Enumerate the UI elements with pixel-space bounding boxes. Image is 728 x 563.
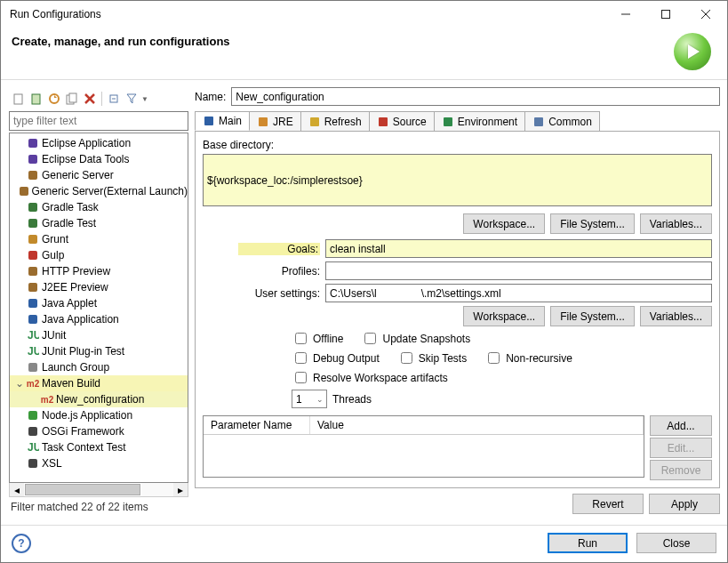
tree-item-icon xyxy=(26,232,40,246)
param-name-header: Parameter Name xyxy=(204,416,310,434)
base-dir-label: Base directory: xyxy=(203,139,712,151)
tab-source[interactable]: Source xyxy=(369,111,435,131)
duplicate-icon[interactable] xyxy=(64,91,80,107)
add-button[interactable]: Add... xyxy=(650,415,712,436)
tree-item[interactable]: Eclipse Application xyxy=(10,135,188,151)
header-text: Create, manage, and run configurations xyxy=(12,33,674,48)
skip-tests-checkbox[interactable]: Skip Tests xyxy=(397,350,467,366)
tree-item[interactable]: JUJUnit xyxy=(10,327,188,343)
svg-rect-24 xyxy=(28,315,37,324)
user-settings-input[interactable] xyxy=(325,284,712,302)
tree-item-icon: JU xyxy=(26,440,40,454)
tab-jre[interactable]: JRE xyxy=(249,111,301,131)
name-input[interactable] xyxy=(231,87,720,106)
tree-item[interactable]: Generic Server(External Launch) xyxy=(10,183,188,199)
footer: ? Run Close xyxy=(1,525,727,562)
svg-rect-5 xyxy=(32,94,40,104)
goals-label: Goals: xyxy=(238,243,320,255)
tree-item-icon: JU xyxy=(26,328,40,342)
workspace-button-1[interactable]: Workspace... xyxy=(463,213,545,234)
sidebar: ▼ Eclipse ApplicationEclipse Data ToolsG… xyxy=(8,87,189,518)
svg-rect-28 xyxy=(28,411,37,420)
non-recursive-checkbox[interactable]: Non-recursive xyxy=(484,350,572,366)
filter-input[interactable] xyxy=(9,111,188,131)
svg-rect-31 xyxy=(28,459,37,468)
params-table[interactable]: Parameter Name Value xyxy=(203,415,644,478)
tree-item[interactable]: Launch Group xyxy=(10,359,188,375)
tree-item-new-config[interactable]: m2New_configuration xyxy=(10,391,188,407)
apply-button[interactable]: Apply xyxy=(649,494,720,514)
scroll-left-icon[interactable]: ◂ xyxy=(10,483,24,496)
header: Create, manage, and run configurations xyxy=(1,28,727,80)
new-config-icon[interactable] xyxy=(11,91,27,107)
tab-environment[interactable]: Environment xyxy=(434,111,525,131)
tree-item[interactable]: Gradle Task xyxy=(10,199,188,215)
tree-item[interactable]: Gulp xyxy=(10,247,188,263)
tree-item[interactable]: JUTask Context Test xyxy=(10,439,188,455)
offline-checkbox[interactable]: Offline xyxy=(292,330,343,347)
tree-item[interactable]: Grunt xyxy=(10,231,188,247)
tree-item[interactable]: Eclipse Data Tools xyxy=(10,151,188,167)
tab-main-panel: Base directory: Workspace... File System… xyxy=(195,132,720,488)
collapse-icon[interactable] xyxy=(106,91,122,107)
threads-spinner[interactable]: ⌄ xyxy=(292,390,327,408)
delete-icon[interactable] xyxy=(82,91,98,107)
tree-item-icon xyxy=(26,296,40,310)
svg-rect-37 xyxy=(534,117,543,126)
minimize-button[interactable] xyxy=(605,2,645,27)
svg-rect-36 xyxy=(444,117,452,126)
svg-rect-23 xyxy=(28,299,37,308)
svg-rect-14 xyxy=(28,155,37,164)
svg-rect-16 xyxy=(20,187,28,196)
tree-item[interactable]: Java Application xyxy=(10,311,188,327)
close-button[interactable] xyxy=(685,2,725,27)
svg-rect-32 xyxy=(204,117,213,125)
config-tree[interactable]: Eclipse ApplicationEclipse Data ToolsGen… xyxy=(9,133,188,483)
new-proto-icon[interactable] xyxy=(28,91,44,107)
update-snapshots-checkbox[interactable]: Update Snapshots xyxy=(361,330,470,347)
tree-hscroll[interactable]: ◂ ▸ xyxy=(9,483,188,497)
scroll-right-icon[interactable]: ▸ xyxy=(173,483,188,496)
filter-icon[interactable] xyxy=(124,91,140,107)
main-panel: Name: MainJRERefreshSourceEnvironmentCom… xyxy=(195,87,720,518)
tree-item[interactable]: XSL xyxy=(10,455,188,471)
workspace-button-2[interactable]: Workspace... xyxy=(463,306,545,326)
base-dir-input[interactable] xyxy=(203,154,712,206)
scroll-thumb[interactable] xyxy=(25,484,140,495)
tree-item[interactable]: JUJUnit Plug-in Test xyxy=(10,343,188,359)
tab-refresh[interactable]: Refresh xyxy=(300,111,370,131)
svg-rect-15 xyxy=(28,171,37,180)
tree-item-maven[interactable]: ⌄m2Maven Build xyxy=(10,375,188,391)
filesystem-button-2[interactable]: File System... xyxy=(550,306,635,326)
tree-item[interactable]: Java Applet xyxy=(10,295,188,311)
svg-rect-22 xyxy=(28,283,37,292)
debug-output-checkbox[interactable]: Debug Output xyxy=(292,350,380,366)
tab-main[interactable]: Main xyxy=(195,111,250,131)
tree-item[interactable]: HTTP Preview xyxy=(10,263,188,279)
tab-icon xyxy=(308,116,321,128)
filesystem-button-1[interactable]: File System... xyxy=(550,213,635,234)
edit-button: Edit... xyxy=(650,438,712,458)
tab-icon xyxy=(203,115,215,127)
tree-item[interactable]: OSGi Framework xyxy=(10,423,188,439)
run-button[interactable]: Run xyxy=(548,533,628,553)
export-icon[interactable] xyxy=(46,91,62,107)
goals-input[interactable] xyxy=(325,239,712,258)
tree-item[interactable]: Generic Server xyxy=(10,167,188,183)
tree-item-icon xyxy=(26,424,40,438)
tree-item[interactable]: Node.js Application xyxy=(10,407,188,423)
tree-item-icon xyxy=(26,168,40,182)
tree-item[interactable]: Gradle Test xyxy=(10,215,188,231)
variables-button-2[interactable]: Variables... xyxy=(640,306,712,326)
filter-dropdown-icon[interactable]: ▼ xyxy=(141,95,148,103)
revert-button[interactable]: Revert xyxy=(572,494,644,514)
expand-icon[interactable]: ⌄ xyxy=(13,377,26,390)
maximize-button[interactable] xyxy=(645,2,685,27)
tree-item[interactable]: J2EE Preview xyxy=(10,279,188,295)
profiles-input[interactable] xyxy=(325,261,712,280)
close-dialog-button[interactable]: Close xyxy=(636,533,716,553)
variables-button-1[interactable]: Variables... xyxy=(640,213,712,234)
tab-common[interactable]: Common xyxy=(524,111,600,131)
help-icon[interactable]: ? xyxy=(12,534,31,553)
resolve-workspace-checkbox[interactable]: Resolve Workspace artifacts xyxy=(292,369,448,386)
